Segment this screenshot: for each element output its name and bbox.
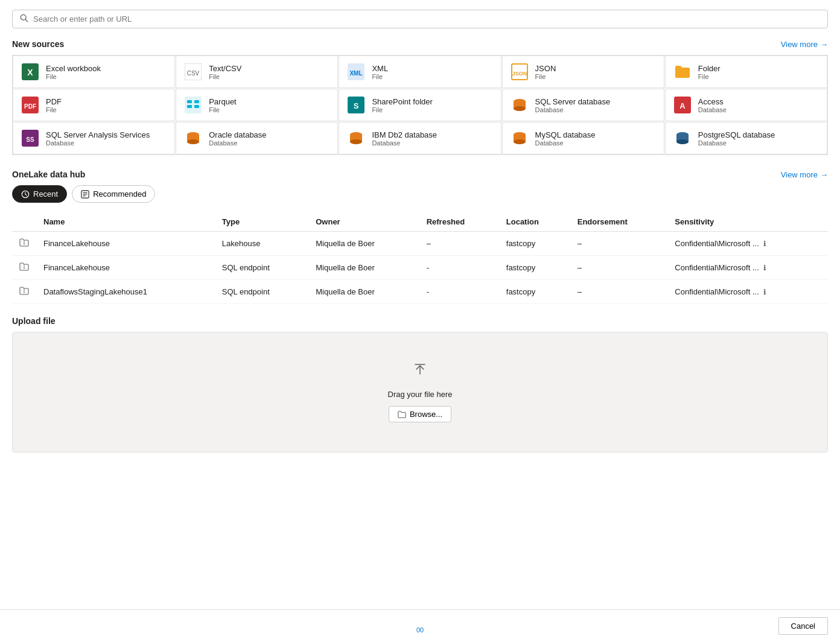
row-location-0: fastcopy bbox=[499, 232, 570, 256]
table-row[interactable]: DataflowsStagingLakehouse1 SQL endpoint … bbox=[12, 280, 828, 304]
new-sources-view-more[interactable]: View more → bbox=[781, 40, 828, 49]
arrow-right-icon-2: → bbox=[820, 170, 828, 179]
search-icon bbox=[20, 14, 28, 24]
row-type-0: Lakehouse bbox=[215, 232, 308, 256]
row-name-2: DataflowsStagingLakehouse1 bbox=[36, 280, 215, 304]
source-item-access[interactable]: A Access Database bbox=[665, 89, 827, 121]
info-icon-2[interactable]: ℹ bbox=[763, 288, 766, 296]
info-icon-0[interactable]: ℹ bbox=[763, 240, 766, 248]
svg-line-1 bbox=[25, 19, 28, 22]
parquet-icon bbox=[183, 95, 203, 115]
excel-icon: X bbox=[21, 62, 40, 81]
source-type-mysql: Database bbox=[535, 139, 596, 147]
source-name-json: JSON bbox=[535, 64, 556, 73]
cancel-button[interactable]: Cancel bbox=[778, 617, 828, 635]
source-item-mysql[interactable]: MySQL database Database bbox=[502, 122, 664, 154]
source-name-textcsv: Text/CSV bbox=[209, 64, 241, 73]
source-name-access: Access bbox=[698, 97, 727, 106]
source-type-sqlserver: Database bbox=[535, 106, 611, 113]
source-item-postgresql[interactable]: PostgreSQL database Database bbox=[665, 122, 827, 154]
search-input[interactable] bbox=[33, 14, 820, 24]
row-owner-1: Miquella de Boer bbox=[308, 256, 419, 280]
onelake-header: OneLake data hub View more → bbox=[12, 170, 828, 179]
tab-row: Recent Recommended bbox=[12, 185, 828, 203]
source-type-parquet: File bbox=[209, 106, 237, 113]
textcsv-icon: CSV bbox=[183, 62, 203, 81]
source-type-sharepoint: File bbox=[372, 106, 432, 113]
tab-recent[interactable]: Recent bbox=[12, 185, 67, 203]
sharepoint-icon: S bbox=[346, 95, 366, 115]
svg-rect-16 bbox=[194, 105, 199, 108]
col-type: Type bbox=[215, 212, 308, 232]
source-type-sqlanalysis: Database bbox=[46, 139, 150, 147]
row-endorsement-1: – bbox=[570, 256, 668, 280]
svg-point-28 bbox=[187, 139, 199, 144]
source-type-postgresql: Database bbox=[698, 139, 775, 147]
oracle-icon bbox=[183, 129, 203, 148]
source-name-excel: Excel workbook bbox=[46, 64, 101, 73]
source-type-oracle: Database bbox=[209, 139, 266, 147]
table-row[interactable]: FinanceLakehouse Lakehouse Miquella de B… bbox=[12, 232, 828, 256]
source-grid: X Excel workbook File CSV Text/CSV File … bbox=[12, 55, 828, 155]
upload-zone[interactable]: Drag your file here Browse... bbox=[12, 332, 828, 453]
source-name-folder: Folder bbox=[698, 64, 721, 73]
row-location-2: fastcopy bbox=[499, 280, 570, 304]
row-endorsement-2: – bbox=[570, 280, 668, 304]
row-owner-2: Miquella de Boer bbox=[308, 280, 419, 304]
row-icon-2 bbox=[12, 280, 36, 304]
folder-icon bbox=[398, 410, 406, 419]
info-icon-1[interactable]: ℹ bbox=[763, 264, 766, 272]
source-type-xml: File bbox=[372, 73, 388, 80]
onelake-view-more[interactable]: View more → bbox=[781, 170, 828, 179]
source-item-folder[interactable]: Folder File bbox=[665, 56, 827, 88]
source-item-sqlserver[interactable]: SQL Server database Database bbox=[502, 89, 664, 121]
row-sensitivity-1: Confidential\Microsoft ... ℹ bbox=[667, 256, 828, 280]
source-type-json: File bbox=[535, 73, 556, 80]
row-icon-0 bbox=[12, 232, 36, 256]
postgresql-icon bbox=[673, 129, 692, 148]
source-item-oracle[interactable]: Oracle database Database bbox=[176, 122, 338, 154]
source-type-ibmdb2: Database bbox=[372, 139, 437, 147]
svg-text:X: X bbox=[27, 68, 33, 77]
source-item-json[interactable]: JSON JSON File bbox=[502, 56, 664, 88]
row-owner-0: Miquella de Boer bbox=[308, 232, 419, 256]
source-type-access: Database bbox=[698, 106, 727, 113]
source-name-sqlserver: SQL Server database bbox=[535, 97, 611, 106]
row-sensitivity-0: Confidential\Microsoft ... ℹ bbox=[667, 232, 828, 256]
svg-rect-14 bbox=[194, 100, 199, 103]
browse-button[interactable]: Browse... bbox=[389, 406, 451, 422]
table-header-row: Name Type Owner Refreshed Location Endor… bbox=[12, 212, 828, 232]
source-item-ibmdb2[interactable]: IBM Db2 database Database bbox=[339, 122, 501, 154]
tab-recommended[interactable]: Recommended bbox=[72, 185, 155, 203]
source-item-sharepoint[interactable]: S SharePoint folder File bbox=[339, 89, 501, 121]
row-location-1: fastcopy bbox=[499, 256, 570, 280]
source-name-xml: XML bbox=[372, 64, 388, 73]
row-type-2: SQL endpoint bbox=[215, 280, 308, 304]
upload-icon bbox=[412, 362, 428, 383]
col-sensitivity: Sensitivity bbox=[667, 212, 828, 232]
source-item-pdf[interactable]: PDF PDF File bbox=[13, 89, 175, 121]
source-item-parquet[interactable]: Parquet File bbox=[176, 89, 338, 121]
svg-rect-12 bbox=[185, 97, 202, 113]
onelake-table: Name Type Owner Refreshed Location Endor… bbox=[12, 212, 828, 304]
svg-text:JSON: JSON bbox=[512, 71, 527, 77]
table-row[interactable]: FinanceLakehouse SQL endpoint Miquella d… bbox=[12, 256, 828, 280]
arrow-right-icon: → bbox=[820, 40, 828, 49]
page-indicator: 00 bbox=[416, 626, 424, 634]
source-item-excel[interactable]: X Excel workbook File bbox=[13, 56, 175, 88]
row-sensitivity-2: Confidential\Microsoft ... ℹ bbox=[667, 280, 828, 304]
row-refreshed-2: - bbox=[419, 280, 499, 304]
upload-title: Upload file bbox=[12, 316, 56, 326]
source-item-textcsv[interactable]: CSV Text/CSV File bbox=[176, 56, 338, 88]
access-icon: A bbox=[673, 95, 692, 115]
xml-icon: XML bbox=[346, 62, 366, 81]
svg-text:XML: XML bbox=[350, 70, 363, 77]
svg-point-31 bbox=[350, 139, 362, 144]
source-item-sqlanalysis[interactable]: SS SQL Server Analysis Services Database bbox=[13, 122, 175, 154]
row-name-1: FinanceLakehouse bbox=[36, 256, 215, 280]
svg-text:CSV: CSV bbox=[187, 70, 200, 77]
source-item-xml[interactable]: XML XML File bbox=[339, 56, 501, 88]
search-bar[interactable] bbox=[12, 10, 828, 28]
col-owner: Owner bbox=[308, 212, 419, 232]
col-refreshed: Refreshed bbox=[419, 212, 499, 232]
